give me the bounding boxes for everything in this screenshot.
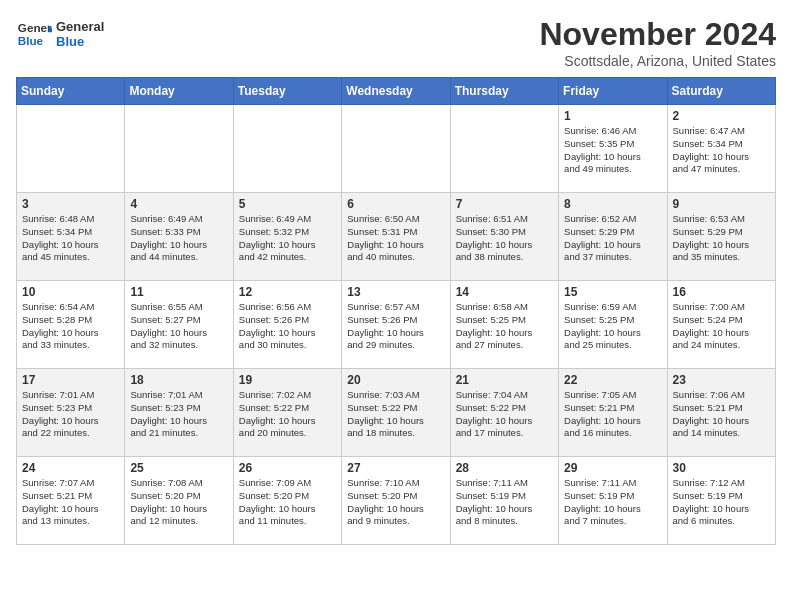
calendar-cell: 16Sunrise: 7:00 AMSunset: 5:24 PMDayligh… — [667, 281, 775, 369]
weekday-header-sunday: Sunday — [17, 78, 125, 105]
calendar-cell: 1Sunrise: 6:46 AMSunset: 5:35 PMDaylight… — [559, 105, 667, 193]
day-info: Sunrise: 6:50 AMSunset: 5:31 PMDaylight:… — [347, 213, 444, 264]
calendar-week-row: 24Sunrise: 7:07 AMSunset: 5:21 PMDayligh… — [17, 457, 776, 545]
day-info: Sunrise: 6:59 AMSunset: 5:25 PMDaylight:… — [564, 301, 661, 352]
day-info: Sunrise: 7:03 AMSunset: 5:22 PMDaylight:… — [347, 389, 444, 440]
location-subtitle: Scottsdale, Arizona, United States — [539, 53, 776, 69]
logo-icon: General Blue — [16, 16, 52, 52]
weekday-header-saturday: Saturday — [667, 78, 775, 105]
day-info: Sunrise: 7:12 AMSunset: 5:19 PMDaylight:… — [673, 477, 770, 528]
day-number: 5 — [239, 197, 336, 211]
day-number: 22 — [564, 373, 661, 387]
calendar-cell: 15Sunrise: 6:59 AMSunset: 5:25 PMDayligh… — [559, 281, 667, 369]
calendar-week-row: 3Sunrise: 6:48 AMSunset: 5:34 PMDaylight… — [17, 193, 776, 281]
calendar-table: SundayMondayTuesdayWednesdayThursdayFrid… — [16, 77, 776, 545]
day-info: Sunrise: 7:05 AMSunset: 5:21 PMDaylight:… — [564, 389, 661, 440]
weekday-header-monday: Monday — [125, 78, 233, 105]
day-number: 6 — [347, 197, 444, 211]
day-info: Sunrise: 7:09 AMSunset: 5:20 PMDaylight:… — [239, 477, 336, 528]
day-info: Sunrise: 6:47 AMSunset: 5:34 PMDaylight:… — [673, 125, 770, 176]
calendar-cell: 18Sunrise: 7:01 AMSunset: 5:23 PMDayligh… — [125, 369, 233, 457]
calendar-cell: 12Sunrise: 6:56 AMSunset: 5:26 PMDayligh… — [233, 281, 341, 369]
calendar-cell: 22Sunrise: 7:05 AMSunset: 5:21 PMDayligh… — [559, 369, 667, 457]
calendar-cell: 6Sunrise: 6:50 AMSunset: 5:31 PMDaylight… — [342, 193, 450, 281]
day-info: Sunrise: 7:08 AMSunset: 5:20 PMDaylight:… — [130, 477, 227, 528]
logo: General Blue General Blue — [16, 16, 104, 52]
weekday-header-tuesday: Tuesday — [233, 78, 341, 105]
day-number: 20 — [347, 373, 444, 387]
day-number: 10 — [22, 285, 119, 299]
calendar-cell: 4Sunrise: 6:49 AMSunset: 5:33 PMDaylight… — [125, 193, 233, 281]
day-info: Sunrise: 6:53 AMSunset: 5:29 PMDaylight:… — [673, 213, 770, 264]
day-number: 4 — [130, 197, 227, 211]
day-info: Sunrise: 7:01 AMSunset: 5:23 PMDaylight:… — [130, 389, 227, 440]
calendar-cell: 25Sunrise: 7:08 AMSunset: 5:20 PMDayligh… — [125, 457, 233, 545]
day-number: 19 — [239, 373, 336, 387]
day-info: Sunrise: 7:04 AMSunset: 5:22 PMDaylight:… — [456, 389, 553, 440]
calendar-cell: 27Sunrise: 7:10 AMSunset: 5:20 PMDayligh… — [342, 457, 450, 545]
calendar-cell: 8Sunrise: 6:52 AMSunset: 5:29 PMDaylight… — [559, 193, 667, 281]
day-number: 1 — [564, 109, 661, 123]
calendar-cell — [125, 105, 233, 193]
day-number: 7 — [456, 197, 553, 211]
day-number: 9 — [673, 197, 770, 211]
calendar-cell: 3Sunrise: 6:48 AMSunset: 5:34 PMDaylight… — [17, 193, 125, 281]
day-info: Sunrise: 7:00 AMSunset: 5:24 PMDaylight:… — [673, 301, 770, 352]
day-number: 16 — [673, 285, 770, 299]
calendar-cell: 11Sunrise: 6:55 AMSunset: 5:27 PMDayligh… — [125, 281, 233, 369]
day-info: Sunrise: 7:11 AMSunset: 5:19 PMDaylight:… — [564, 477, 661, 528]
day-number: 12 — [239, 285, 336, 299]
page-header: General Blue General Blue November 2024 … — [16, 16, 776, 69]
svg-text:Blue: Blue — [18, 34, 44, 47]
calendar-cell: 20Sunrise: 7:03 AMSunset: 5:22 PMDayligh… — [342, 369, 450, 457]
day-info: Sunrise: 6:52 AMSunset: 5:29 PMDaylight:… — [564, 213, 661, 264]
day-info: Sunrise: 6:56 AMSunset: 5:26 PMDaylight:… — [239, 301, 336, 352]
calendar-cell: 28Sunrise: 7:11 AMSunset: 5:19 PMDayligh… — [450, 457, 558, 545]
calendar-cell — [342, 105, 450, 193]
day-number: 18 — [130, 373, 227, 387]
calendar-cell: 5Sunrise: 6:49 AMSunset: 5:32 PMDaylight… — [233, 193, 341, 281]
day-info: Sunrise: 6:55 AMSunset: 5:27 PMDaylight:… — [130, 301, 227, 352]
day-info: Sunrise: 6:51 AMSunset: 5:30 PMDaylight:… — [456, 213, 553, 264]
day-number: 3 — [22, 197, 119, 211]
day-number: 17 — [22, 373, 119, 387]
calendar-week-row: 1Sunrise: 6:46 AMSunset: 5:35 PMDaylight… — [17, 105, 776, 193]
logo-text-general: General — [56, 19, 104, 34]
day-number: 14 — [456, 285, 553, 299]
svg-text:General: General — [18, 21, 52, 34]
calendar-cell: 19Sunrise: 7:02 AMSunset: 5:22 PMDayligh… — [233, 369, 341, 457]
calendar-cell — [17, 105, 125, 193]
day-number: 28 — [456, 461, 553, 475]
month-title: November 2024 — [539, 16, 776, 53]
calendar-cell: 30Sunrise: 7:12 AMSunset: 5:19 PMDayligh… — [667, 457, 775, 545]
day-number: 29 — [564, 461, 661, 475]
weekday-header-thursday: Thursday — [450, 78, 558, 105]
day-number: 25 — [130, 461, 227, 475]
calendar-week-row: 17Sunrise: 7:01 AMSunset: 5:23 PMDayligh… — [17, 369, 776, 457]
day-info: Sunrise: 7:06 AMSunset: 5:21 PMDaylight:… — [673, 389, 770, 440]
day-number: 27 — [347, 461, 444, 475]
day-number: 30 — [673, 461, 770, 475]
logo-text-blue: Blue — [56, 34, 104, 49]
day-info: Sunrise: 7:10 AMSunset: 5:20 PMDaylight:… — [347, 477, 444, 528]
day-number: 26 — [239, 461, 336, 475]
calendar-cell: 9Sunrise: 6:53 AMSunset: 5:29 PMDaylight… — [667, 193, 775, 281]
day-info: Sunrise: 7:07 AMSunset: 5:21 PMDaylight:… — [22, 477, 119, 528]
calendar-cell: 24Sunrise: 7:07 AMSunset: 5:21 PMDayligh… — [17, 457, 125, 545]
weekday-header-wednesday: Wednesday — [342, 78, 450, 105]
day-info: Sunrise: 6:58 AMSunset: 5:25 PMDaylight:… — [456, 301, 553, 352]
day-number: 21 — [456, 373, 553, 387]
calendar-cell: 10Sunrise: 6:54 AMSunset: 5:28 PMDayligh… — [17, 281, 125, 369]
calendar-cell: 7Sunrise: 6:51 AMSunset: 5:30 PMDaylight… — [450, 193, 558, 281]
day-number: 2 — [673, 109, 770, 123]
day-info: Sunrise: 6:54 AMSunset: 5:28 PMDaylight:… — [22, 301, 119, 352]
calendar-cell: 26Sunrise: 7:09 AMSunset: 5:20 PMDayligh… — [233, 457, 341, 545]
day-number: 23 — [673, 373, 770, 387]
calendar-cell: 29Sunrise: 7:11 AMSunset: 5:19 PMDayligh… — [559, 457, 667, 545]
day-number: 24 — [22, 461, 119, 475]
day-info: Sunrise: 7:02 AMSunset: 5:22 PMDaylight:… — [239, 389, 336, 440]
day-info: Sunrise: 6:57 AMSunset: 5:26 PMDaylight:… — [347, 301, 444, 352]
day-info: Sunrise: 6:49 AMSunset: 5:33 PMDaylight:… — [130, 213, 227, 264]
calendar-cell — [233, 105, 341, 193]
calendar-cell: 14Sunrise: 6:58 AMSunset: 5:25 PMDayligh… — [450, 281, 558, 369]
